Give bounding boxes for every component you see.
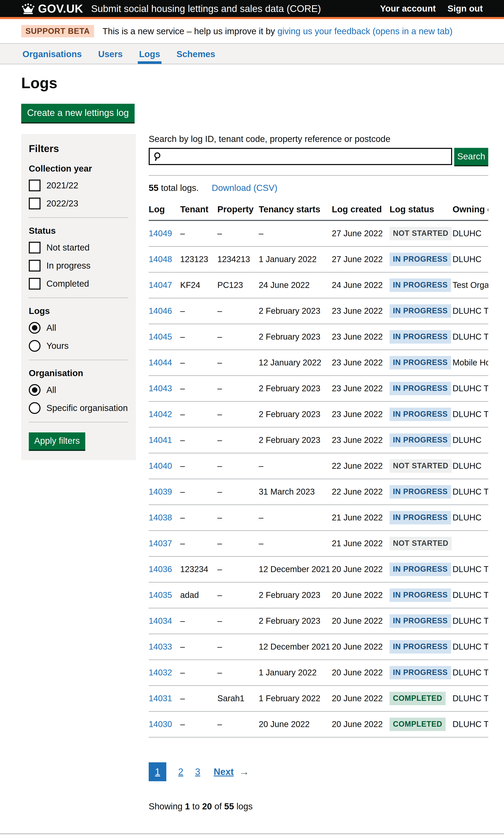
- log-id-link[interactable]: 14040: [149, 461, 172, 470]
- owning-org-cell: DLUHC Tes: [452, 582, 488, 608]
- tenancy-starts-cell: 2 February 2023: [259, 401, 332, 427]
- log-id-link[interactable]: 14043: [149, 384, 172, 393]
- tenant-cell: –: [180, 427, 217, 453]
- status-badge: IN PROGRESS: [389, 408, 451, 421]
- log-created-cell: 27 June 2022: [332, 246, 389, 272]
- search-button[interactable]: Search: [454, 148, 488, 165]
- owning-org-cell: DLUHC Tes: [452, 686, 488, 711]
- log-id-link[interactable]: 14030: [149, 719, 172, 729]
- checkbox-label: Completed: [46, 279, 89, 289]
- create-lettings-log-button[interactable]: Create a new lettings log: [21, 104, 135, 122]
- table-row: 14037–––21 June 2022NOT STARTED: [149, 530, 488, 556]
- log-id-link[interactable]: 14045: [149, 332, 172, 341]
- pagination: 1 2 3 Next →: [149, 762, 488, 781]
- log-id-link[interactable]: 14044: [149, 358, 172, 367]
- log-id-link[interactable]: 14046: [149, 306, 172, 315]
- pagination-current-page[interactable]: 1: [149, 762, 166, 781]
- tenant-cell: –: [180, 608, 217, 634]
- radio-org-all[interactable]: [29, 384, 41, 396]
- radio-option-org-all[interactable]: All: [29, 384, 128, 396]
- log-id-link[interactable]: 14032: [149, 668, 172, 677]
- status-badge: IN PROGRESS: [389, 304, 451, 318]
- table-row: 14038–––21 June 2022IN PROGRESSDLUHC: [149, 505, 488, 530]
- log-id-link[interactable]: 14036: [149, 565, 172, 574]
- table-row: 14034––2 February 202320 June 2022IN PRO…: [149, 608, 488, 634]
- log-id-link[interactable]: 14039: [149, 487, 172, 496]
- radio-option-logs-yours[interactable]: Yours: [29, 340, 128, 352]
- radio-logs-all[interactable]: [29, 322, 41, 334]
- log-id-link[interactable]: 14035: [149, 590, 172, 599]
- tenancy-starts-cell: 2 February 2023: [259, 324, 332, 350]
- results-section: Search by log ID, tenant code, property …: [149, 134, 488, 812]
- table-row: 14040–––22 June 2022NOT STARTEDDLUHC: [149, 453, 488, 479]
- checkbox-2021-22[interactable]: [29, 180, 41, 191]
- tenancy-starts-cell: 31 March 2023: [259, 479, 332, 505]
- table-row: 14036123234–12 December 202120 June 2022…: [149, 556, 488, 582]
- log-id-link[interactable]: 14041: [149, 435, 172, 445]
- checkbox-option-2021-22[interactable]: 2021/22: [29, 180, 128, 191]
- apply-filters-button[interactable]: Apply filters: [29, 432, 85, 450]
- nav-item-organisations[interactable]: Organisations: [21, 44, 83, 64]
- log-id-link[interactable]: 14034: [149, 616, 172, 626]
- checkbox-completed[interactable]: [29, 278, 41, 290]
- search-input[interactable]: [149, 148, 452, 165]
- property-cell: –: [217, 530, 259, 556]
- table-row: 14032––1 January 202220 June 2022IN PROG…: [149, 660, 488, 686]
- pagination-next-link[interactable]: Next: [214, 767, 234, 777]
- radio-label: All: [46, 385, 56, 395]
- filter-group-collection-year: Collection year 2021/22 2022/23: [29, 164, 128, 209]
- checkbox-option-completed[interactable]: Completed: [29, 278, 128, 290]
- status-badge: COMPLETED: [389, 718, 446, 731]
- right-arrow-icon: →: [239, 766, 249, 777]
- feedback-link[interactable]: giving us your feedback (opens in a new …: [277, 26, 452, 36]
- log-created-cell: 20 June 2022: [332, 711, 389, 737]
- govuk-logo[interactable]: GOV.UK: [38, 2, 83, 15]
- results-divider: [149, 175, 488, 176]
- tenancy-starts-cell: 20 June 2022: [259, 711, 332, 737]
- log-id-link[interactable]: 14033: [149, 642, 172, 651]
- log-created-cell: 24 June 2022: [332, 272, 389, 298]
- tenancy-starts-cell: 12 December 2021: [259, 634, 332, 660]
- nav-item-users[interactable]: Users: [97, 44, 124, 64]
- checkbox-option-2022-23[interactable]: 2022/23: [29, 198, 128, 209]
- checkbox-option-not-started[interactable]: Not started: [29, 242, 128, 253]
- owning-org-cell: DLUHC: [452, 220, 488, 246]
- pagination-page-2[interactable]: 2: [178, 767, 183, 777]
- table-row: 14044––12 January 202223 June 2022IN PRO…: [149, 350, 488, 375]
- nav-item-schemes[interactable]: Schemes: [175, 44, 217, 64]
- log-id-link[interactable]: 14047: [149, 280, 172, 290]
- checkbox-in-progress[interactable]: [29, 260, 41, 271]
- status-badge: COMPLETED: [389, 692, 446, 705]
- sign-out-link[interactable]: Sign out: [447, 4, 483, 14]
- checkbox-not-started[interactable]: [29, 242, 41, 253]
- owning-org-cell: DLUHC Tes: [452, 479, 488, 505]
- service-name[interactable]: Submit social housing lettings and sales…: [91, 3, 321, 14]
- status-badge: IN PROGRESS: [389, 666, 451, 679]
- log-id-link[interactable]: 14031: [149, 694, 172, 703]
- log-created-cell: 23 June 2022: [332, 298, 389, 324]
- log-id-link[interactable]: 14037: [149, 539, 172, 548]
- search-label: Search by log ID, tenant code, property …: [149, 134, 488, 144]
- checkbox-label: In progress: [46, 261, 90, 271]
- radio-option-org-specific[interactable]: Specific organisation: [29, 402, 128, 414]
- nav-item-logs[interactable]: Logs: [138, 44, 161, 64]
- owning-org-cell: DLUHC Tes: [452, 608, 488, 634]
- radio-label: Yours: [46, 341, 69, 351]
- checkbox-option-in-progress[interactable]: In progress: [29, 260, 128, 271]
- table-row: 1404812312312342131 January 202227 June …: [149, 246, 488, 272]
- phase-banner: SUPPORT BETA This is a new service – hel…: [0, 19, 504, 44]
- log-id-link[interactable]: 14042: [149, 409, 172, 419]
- your-account-link[interactable]: Your account: [380, 4, 436, 14]
- pagination-page-3[interactable]: 3: [195, 767, 200, 777]
- log-id-link[interactable]: 14048: [149, 254, 172, 264]
- owning-org-cell: [452, 530, 488, 556]
- filters-panel: Filters Collection year 2021/22 2022/23 …: [21, 134, 136, 460]
- log-id-link[interactable]: 14038: [149, 513, 172, 522]
- radio-org-specific[interactable]: [29, 402, 41, 414]
- radio-option-logs-all[interactable]: All: [29, 322, 128, 334]
- log-id-link[interactable]: 14049: [149, 229, 172, 238]
- checkbox-2022-23[interactable]: [29, 198, 41, 209]
- download-csv-link[interactable]: Download (CSV): [212, 183, 277, 193]
- radio-logs-yours[interactable]: [29, 340, 41, 352]
- tenant-cell: –: [180, 298, 217, 324]
